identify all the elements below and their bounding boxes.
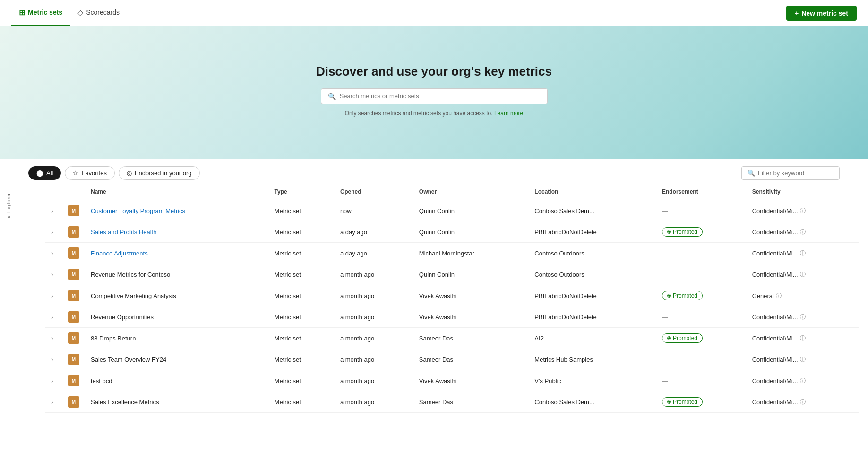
filter-tab-all[interactable]: ⬤ All [28, 166, 61, 180]
row-expand-5[interactable]: › [45, 306, 62, 328]
chevron-right-icon[interactable]: › [51, 292, 53, 299]
metric-set-icon: M [68, 226, 79, 238]
new-metric-set-button[interactable]: + New metric set [786, 6, 857, 21]
row-name-1[interactable]: Sales and Profits Health [85, 221, 269, 243]
item-name-link[interactable]: Sales and Profits Health [91, 229, 156, 236]
row-expand-2[interactable]: › [45, 243, 62, 264]
table-row[interactable]: ›MSales Team Overview FY24Metric seta mo… [45, 349, 859, 370]
col-endorsement[interactable]: Endorsement [656, 184, 747, 200]
row-opened-3: a month ago [335, 264, 413, 285]
chevron-right-icon[interactable]: › [51, 271, 53, 278]
chevron-right-icon[interactable]: › [51, 377, 53, 384]
row-icon-8: M [62, 370, 85, 391]
info-icon[interactable]: ⓘ [800, 207, 806, 215]
row-expand-4[interactable]: › [45, 285, 62, 306]
chevron-right-icon[interactable]: › [51, 207, 53, 214]
search-icon: 🔍 [328, 93, 336, 100]
endorsement-dash: — [662, 271, 668, 278]
row-name-0[interactable]: Customer Loyalty Program Metrics [85, 200, 269, 221]
filter-tab-endorsed-label: Endorsed in your org [135, 170, 192, 177]
info-icon[interactable]: ⓘ [800, 334, 806, 342]
main-layout: » Explorer Name Type Opened Owner Locati… [0, 184, 868, 413]
row-expand-6[interactable]: › [45, 328, 62, 349]
row-endorsement-7: — [656, 349, 747, 370]
row-name-2[interactable]: Finance Adjustments [85, 243, 269, 264]
row-name-5[interactable]: Revenue Opportunities [85, 306, 269, 328]
table-container: Name Type Opened Owner Location Endorsem… [17, 184, 868, 413]
col-icon [62, 184, 85, 200]
row-expand-7[interactable]: › [45, 349, 62, 370]
tab-scorecards[interactable]: ◇ Scorecards [70, 0, 127, 26]
table-row[interactable]: ›MSales Excellence MetricsMetric seta mo… [45, 391, 859, 413]
row-owner-6: Sameer Das [413, 328, 529, 349]
row-name-8[interactable]: test bcd [85, 370, 269, 391]
table-body: ›MCustomer Loyalty Program MetricsMetric… [45, 200, 859, 413]
row-expand-0[interactable]: › [45, 200, 62, 221]
search-box[interactable]: 🔍 [321, 88, 548, 104]
row-name-9[interactable]: Sales Excellence Metrics [85, 391, 269, 413]
col-sensitivity[interactable]: Sensitivity [747, 184, 859, 200]
table-row[interactable]: ›M88 Drops ReturnMetric seta month agoSa… [45, 328, 859, 349]
row-expand-9[interactable]: › [45, 391, 62, 413]
info-icon[interactable]: ⓘ [776, 292, 782, 300]
filter-tab-endorsed[interactable]: ◎ Endorsed in your org [119, 166, 200, 180]
chevron-right-icon[interactable]: › [51, 228, 53, 236]
row-name-7[interactable]: Sales Team Overview FY24 [85, 349, 269, 370]
explorer-toggle[interactable]: » Explorer [6, 189, 11, 222]
col-type[interactable]: Type [269, 184, 335, 200]
info-icon[interactable]: ⓘ [800, 377, 806, 385]
item-name: Sales Excellence Metrics [91, 399, 263, 406]
table-row[interactable]: ›MCustomer Loyalty Program MetricsMetric… [45, 200, 859, 221]
info-icon[interactable]: ⓘ [800, 356, 806, 364]
keyword-filter[interactable]: 🔍 [741, 166, 840, 180]
col-location[interactable]: Location [529, 184, 656, 200]
row-opened-1: a day ago [335, 221, 413, 243]
chevron-right-icon[interactable]: › [51, 356, 53, 363]
item-name: 88 Drops Return [91, 335, 263, 342]
table-row[interactable]: ›MRevenue Metrics for ContosoMetric seta… [45, 264, 859, 285]
metric-set-icon: M [68, 269, 79, 280]
chevron-right-icon[interactable]: › [51, 398, 53, 406]
chevron-right-icon[interactable]: › [51, 334, 53, 342]
row-icon-9: M [62, 391, 85, 413]
row-name-6[interactable]: 88 Drops Return [85, 328, 269, 349]
item-name-link[interactable]: Customer Loyalty Program Metrics [91, 207, 185, 214]
metric-sets-icon: ⊞ [19, 8, 25, 17]
info-icon[interactable]: ⓘ [800, 398, 806, 406]
row-expand-8[interactable]: › [45, 370, 62, 391]
row-type-6: Metric set [269, 328, 335, 349]
col-name[interactable]: Name [85, 184, 269, 200]
row-icon-4: M [62, 285, 85, 306]
search-input[interactable] [340, 93, 541, 100]
row-icon-2: M [62, 243, 85, 264]
chevron-right-icon[interactable]: › [51, 313, 53, 321]
item-name-link[interactable]: Finance Adjustments [91, 250, 148, 257]
row-expand-1[interactable]: › [45, 221, 62, 243]
table-row[interactable]: ›Mtest bcdMetric seta month agoVivek Awa… [45, 370, 859, 391]
info-icon[interactable]: ⓘ [800, 313, 806, 321]
info-icon[interactable]: ⓘ [800, 228, 806, 236]
keyword-filter-input[interactable] [758, 170, 834, 177]
chevron-right-icon[interactable]: › [51, 249, 53, 257]
row-type-3: Metric set [269, 264, 335, 285]
row-expand-3[interactable]: › [45, 264, 62, 285]
filter-tab-favorites[interactable]: ☆ Favorites [65, 166, 114, 180]
info-icon[interactable]: ⓘ [800, 249, 806, 257]
row-owner-0: Quinn Conlin [413, 200, 529, 221]
all-icon: ⬤ [36, 170, 43, 177]
learn-more-link[interactable]: Learn more [494, 110, 523, 117]
filter-tab-all-label: All [46, 170, 53, 177]
table-row[interactable]: ›MRevenue OpportunitiesMetric seta month… [45, 306, 859, 328]
table-row[interactable]: ›MFinance AdjustmentsMetric seta day ago… [45, 243, 859, 264]
row-name-4[interactable]: Competitive Marketing Analysis [85, 285, 269, 306]
item-name: Sales Team Overview FY24 [91, 356, 263, 363]
info-icon[interactable]: ⓘ [800, 271, 806, 279]
row-type-9: Metric set [269, 391, 335, 413]
row-name-3[interactable]: Revenue Metrics for Contoso [85, 264, 269, 285]
table-row[interactable]: ›MSales and Profits HealthMetric seta da… [45, 221, 859, 243]
col-opened[interactable]: Opened [335, 184, 413, 200]
tab-metric-sets[interactable]: ⊞ Metric sets [11, 0, 70, 26]
table-row[interactable]: ›MCompetitive Marketing AnalysisMetric s… [45, 285, 859, 306]
promoted-badge: Promoted [662, 291, 703, 300]
col-owner[interactable]: Owner [413, 184, 529, 200]
